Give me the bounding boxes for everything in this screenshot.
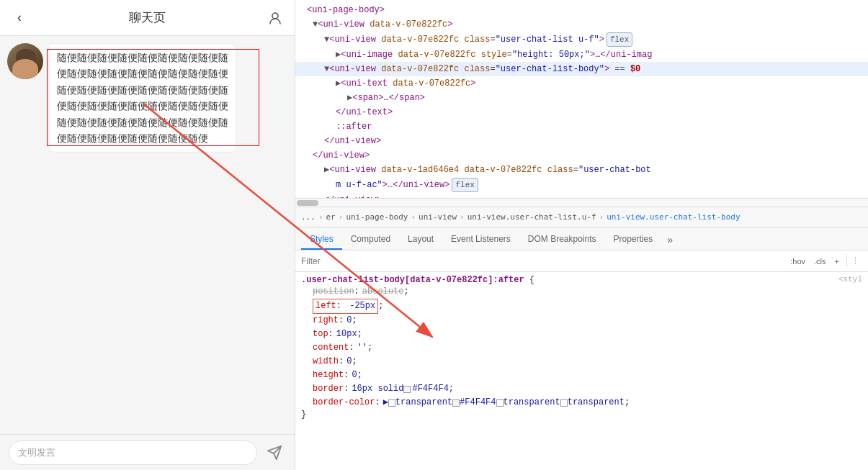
html-line: </uni-view>	[295, 148, 868, 163]
chat-input[interactable]: 文明发言	[9, 440, 257, 465]
devtools-tabs: Styles Computed Layout Event Listeners D…	[295, 227, 868, 250]
style-property-left: left: -25px ;	[301, 299, 862, 314]
tab-layout[interactable]: Layout	[399, 230, 442, 250]
more-options[interactable]: ⋮	[846, 255, 862, 267]
breadcrumb-view[interactable]: uni-view	[419, 212, 457, 222]
style-property-position: position: absolute;	[301, 285, 862, 299]
chat-input-bar: 文明发言	[0, 434, 295, 470]
chat-bubble: 随便随便随便随便随便随便随便随便随便随便随便随便随便随便随便随便随便随便随便随便…	[49, 43, 236, 153]
chat-title: 聊天页	[129, 9, 166, 26]
html-line: ▶<uni-view data-v-1ad646e4 data-v-07e822…	[295, 163, 868, 177]
tab-styles[interactable]: Styles	[301, 230, 342, 250]
avatar	[7, 43, 43, 79]
tab-computed[interactable]: Computed	[342, 230, 399, 250]
style-origin: <styl	[838, 275, 862, 284]
chat-panel: ‹ 聊天页 随便随便随便随便随便随便随便随便随便随便随便随便随便随便随便随便随便…	[0, 0, 295, 470]
html-line: </uni-view>	[295, 193, 868, 199]
rule-selector-line: .user-chat-list-body[data-v-07e822fc]:af…	[301, 275, 862, 285]
back-button[interactable]: ‹	[11, 9, 28, 27]
add-style-button[interactable]: +	[832, 256, 842, 267]
html-line: ▶<span>…</span>	[295, 91, 868, 105]
style-selector: .user-chat-list-body[data-v-07e822fc]:af…	[301, 275, 524, 285]
html-line: ▶<uni-text data-v-07e822fc>	[295, 76, 868, 91]
user-icon[interactable]	[267, 9, 284, 27]
html-line: ▼<uni-view data-v-07e822fc>	[295, 17, 868, 32]
filter-actions: :hov .cls + ⋮	[787, 255, 862, 267]
style-property-border-color: border-color: ▶ transparent #F4F4F4 tran…	[301, 396, 862, 410]
html-line: ▶<uni-image data-v-07e822fc style="heigh…	[295, 48, 868, 62]
send-button[interactable]	[263, 441, 286, 464]
breadcrumb-chat-body[interactable]: uni-view.user-chat-list-body	[607, 212, 740, 222]
html-line: m u-f-ac">…</uni-view>flex	[295, 177, 868, 193]
svg-point-0	[272, 13, 278, 19]
html-scrollbar[interactable]	[295, 199, 868, 207]
breadcrumb-ellipsis[interactable]: ...	[301, 212, 316, 222]
chat-body: 随便随便随便随便随便随便随便随便随便随便随便随便随便随便随便随便随便随便随便随便…	[0, 36, 295, 434]
devtools-panel: <uni-page-body> ▼<uni-view data-v-07e822…	[295, 0, 868, 470]
style-property-content: content: '';	[301, 341, 862, 355]
style-property-height: height: 0;	[301, 369, 862, 382]
style-property-border: border: 16px solid #F4F4F4;	[301, 382, 862, 396]
tab-properties[interactable]: Properties	[605, 230, 662, 250]
breadcrumb-er[interactable]: er	[326, 212, 336, 222]
html-line: <uni-page-body>	[295, 3, 868, 17]
tab-more[interactable]: »	[661, 230, 679, 250]
breadcrumb-chat-list[interactable]: uni-view.user-chat-list.u-f	[467, 212, 596, 222]
styles-panel: .user-chat-list-body[data-v-07e822fc]:af…	[295, 272, 868, 470]
filter-bar: :hov .cls + ⋮	[295, 250, 868, 272]
html-tree: <uni-page-body> ▼<uni-view data-v-07e822…	[295, 0, 868, 199]
style-rule: .user-chat-list-body[data-v-07e822fc]:af…	[301, 275, 862, 420]
tab-event-listeners[interactable]: Event Listeners	[442, 230, 519, 250]
rule-closing: }	[301, 410, 862, 420]
input-placeholder-text: 文明发言	[18, 446, 55, 459]
breadcrumb: ... › er › uni-page-body › uni-view › un…	[295, 207, 868, 227]
style-property-right: right: 0;	[301, 314, 862, 327]
html-line: </uni-view>	[295, 134, 868, 148]
flex-badge: flex	[607, 32, 632, 47]
html-line-selected: ▼<uni-view data-v-07e822fc class="user-c…	[295, 62, 868, 76]
html-line: ▼<uni-view data-v-07e822fc class="user-c…	[295, 32, 868, 48]
flex-badge-2: flex	[452, 178, 478, 192]
style-property-top: top: 10px;	[301, 327, 862, 341]
hov-button[interactable]: :hov	[787, 256, 808, 267]
message-row: 随便随便随便随便随便随便随便随便随便随便随便随便随便随便随便随便随便随便随便随便…	[7, 43, 287, 153]
cls-button[interactable]: .cls	[811, 256, 829, 267]
chat-header: ‹ 聊天页	[0, 0, 295, 36]
breadcrumb-body[interactable]: uni-page-body	[346, 212, 408, 222]
style-property-width: width: 0;	[301, 355, 862, 369]
filter-input[interactable]	[301, 256, 787, 266]
html-line: </uni-text>	[295, 105, 868, 119]
html-line: ::after	[295, 119, 868, 134]
tab-dom-breakpoints[interactable]: DOM Breakpoints	[519, 230, 605, 250]
